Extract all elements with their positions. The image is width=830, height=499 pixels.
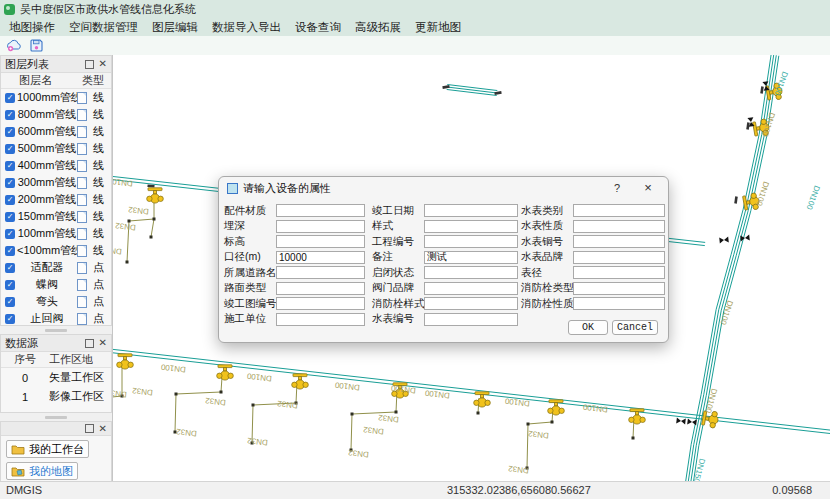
hydrant-symbol[interactable] (147, 188, 164, 203)
checkbox-icon[interactable]: ✓ (5, 93, 15, 103)
hydrant-symbol[interactable] (629, 409, 646, 424)
dialog-field-input[interactable] (424, 266, 518, 279)
checkbox-icon[interactable]: ✓ (5, 144, 15, 154)
dialog-field-row: 水表编号 (372, 312, 518, 328)
layer-name: 蝶阀 (17, 277, 77, 292)
float-panel-icon[interactable] (85, 60, 94, 69)
valve-icon[interactable] (676, 417, 686, 424)
panel-splitter[interactable] (0, 326, 112, 334)
menu-item-7[interactable]: 更新地图 (408, 20, 468, 35)
layer-row[interactable]: ✓150mm管线线 (1, 208, 111, 225)
dialog-field-input[interactable] (276, 266, 365, 279)
menu-item-1[interactable]: 地图操作 (2, 20, 62, 35)
folder-icon (11, 444, 25, 455)
checkbox-icon[interactable]: ✓ (5, 110, 15, 120)
dialog-field-input[interactable] (424, 220, 518, 233)
hydrant-symbol[interactable] (117, 354, 134, 369)
layer-row[interactable]: ✓适配器点 (1, 259, 111, 276)
dialog-field-input[interactable] (573, 220, 665, 233)
dialog-field-input[interactable] (276, 220, 365, 233)
hydrant-symbol[interactable] (548, 400, 565, 415)
checkbox-icon[interactable]: ✓ (5, 161, 15, 171)
close-panel-icon[interactable]: ✕ (99, 425, 107, 433)
layer-name: 100mm管线 (17, 226, 77, 241)
dialog-field-input[interactable] (424, 297, 518, 310)
checkbox-icon[interactable]: ✓ (5, 297, 15, 307)
menu-item-5[interactable]: 设备查询 (288, 20, 348, 35)
menu-item-2[interactable]: 空间数据管理 (62, 20, 145, 35)
layer-row[interactable]: ✓400mm管线线 (1, 157, 111, 174)
layer-row[interactable]: ✓800mm管线线 (1, 106, 111, 123)
float-panel-icon[interactable] (85, 339, 94, 348)
service-branch[interactable] (252, 382, 297, 443)
layer-row[interactable]: ✓500mm管线线 (1, 140, 111, 157)
dialog-field-input[interactable] (573, 235, 665, 248)
layer-row[interactable]: ✓1000mm管线线 (1, 89, 111, 106)
dialog-field-input[interactable] (424, 282, 518, 295)
dialog-field-input[interactable] (276, 282, 365, 295)
dialog-field-input[interactable] (573, 297, 665, 310)
my-workbench-button[interactable]: 我的工作台 (6, 440, 89, 458)
menu-item-4[interactable]: 数据导入导出 (205, 20, 288, 35)
panel-splitter[interactable] (0, 413, 112, 421)
checkbox-icon[interactable]: ✓ (5, 246, 15, 256)
dialog-field-input[interactable] (276, 235, 365, 248)
dialog-field-input[interactable] (573, 204, 665, 217)
checkbox-icon[interactable]: ✓ (5, 195, 15, 205)
dialog-field-input[interactable] (276, 313, 365, 326)
window-title: 吴中度假区市政供水管线信息化系统 (20, 2, 196, 17)
menu-item-6[interactable]: 高级拓展 (348, 20, 408, 35)
dialog-field-row: 阀门品牌 (372, 281, 518, 297)
menu-item-3[interactable]: 图层编辑 (145, 20, 205, 35)
hydrant-symbol[interactable] (292, 374, 309, 389)
layer-row[interactable]: ✓300mm管线线 (1, 174, 111, 191)
dialog-help-button[interactable]: ? (610, 181, 624, 195)
dialog-field-input[interactable] (424, 313, 518, 326)
valve-icon[interactable] (687, 418, 697, 425)
pipeline[interactable] (683, 55, 771, 482)
valve-icon[interactable] (719, 237, 729, 244)
layer-row[interactable]: ✓600mm管线线 (1, 123, 111, 140)
layer-row[interactable]: ✓止回阀点 (1, 310, 111, 326)
checkbox-icon[interactable]: ✓ (5, 263, 15, 273)
table-row[interactable]: 1影像工作区 (1, 387, 111, 406)
dialog-close-button[interactable]: × (640, 180, 656, 196)
checkbox-icon[interactable]: ✓ (5, 280, 15, 290)
layer-row[interactable]: ✓200mm管线线 (1, 191, 111, 208)
service-branch[interactable] (151, 219, 154, 237)
dialog-field-input[interactable] (424, 204, 518, 217)
dialog-field-input[interactable] (424, 251, 518, 264)
dialog-field-input[interactable] (424, 235, 518, 248)
dialog-field-input[interactable] (276, 297, 365, 310)
column-layer-name: 图层名 (19, 73, 52, 88)
checkbox-icon[interactable]: ✓ (5, 229, 15, 239)
ok-button[interactable]: OK (568, 320, 608, 335)
my-map-button[interactable]: 我的地图 (6, 462, 78, 480)
cloud-sync-button[interactable] (5, 38, 22, 54)
table-row[interactable]: 0矢量工作区 (1, 368, 111, 387)
close-panel-icon[interactable]: ✕ (99, 339, 107, 347)
layer-row[interactable]: ✓弯头点 (1, 293, 111, 310)
hydrant-symbol[interactable] (474, 392, 491, 407)
hydrant-symbol[interactable] (217, 365, 234, 380)
save-button[interactable] (28, 38, 45, 54)
pipeline[interactable] (686, 55, 774, 482)
checkbox-icon[interactable]: ✓ (5, 178, 15, 188)
pipe-label: DN100 (804, 184, 821, 211)
checkbox-icon[interactable]: ✓ (5, 127, 15, 137)
float-panel-icon[interactable] (85, 424, 94, 433)
dialog-field-input[interactable] (276, 204, 365, 217)
layer-row[interactable]: ✓100mm管线线 (1, 225, 111, 242)
dialog-field-input[interactable] (573, 251, 665, 264)
cancel-button[interactable]: Cancel (612, 320, 658, 335)
dialog-field-input[interactable] (276, 251, 365, 264)
dialog-field-row: 水表类别 (521, 203, 665, 219)
dialog-field-input[interactable] (573, 282, 665, 295)
pipeline[interactable] (113, 349, 830, 430)
dialog-field-input[interactable] (573, 266, 665, 279)
layer-row[interactable]: ✓<100mm管线线 (1, 242, 111, 259)
checkbox-icon[interactable]: ✓ (5, 212, 15, 222)
checkbox-icon[interactable]: ✓ (5, 314, 15, 324)
layer-row[interactable]: ✓蝶阀点 (1, 276, 111, 293)
close-panel-icon[interactable]: ✕ (99, 60, 107, 68)
